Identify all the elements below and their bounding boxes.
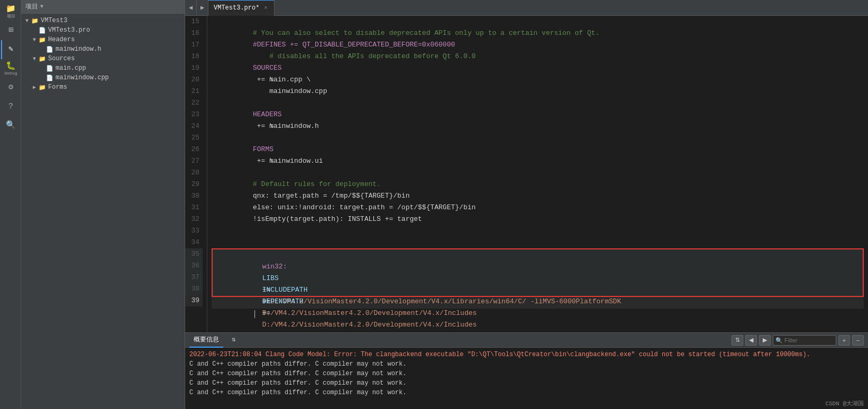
sidebar-debug-icon[interactable]: 🐛 Debug: [1, 59, 20, 78]
settings-icon-shape: ⚙: [8, 83, 13, 91]
tab-sync-icon[interactable]: ⇅: [227, 333, 240, 348]
code-line-15: # You can also select to disable depreca…: [212, 16, 864, 27]
ln-35: 35: [185, 248, 203, 260]
ln-15: 15: [185, 16, 203, 27]
tree-label-forms: Forms: [48, 83, 67, 91]
h-file-icon: 📄: [45, 45, 54, 53]
filter-input[interactable]: [773, 335, 836, 346]
tree-item-forms[interactable]: ▶ 📁 Forms: [21, 82, 185, 92]
bottom-toolbar: ⇅ ◀ ▶ + −: [732, 335, 864, 346]
sync-button[interactable]: ⇅: [732, 335, 743, 346]
ln-29: 29: [185, 179, 203, 190]
debug-icon-label: Debug: [4, 71, 17, 76]
ln-34: 34: [185, 237, 203, 248]
tree-item-mainwindowcpp[interactable]: 📄 mainwindow.cpp: [21, 73, 185, 82]
log-line-1: 2022-06-23T21:08:04 Clang Code Model: Er…: [189, 350, 864, 359]
project-icon-shape: 📁: [6, 5, 16, 13]
tree-label-maincpp: main.cpp: [56, 64, 86, 72]
code-line-19: main.cpp \: [212, 62, 864, 74]
ln-36: 36: [185, 260, 203, 272]
ln-26: 26: [185, 144, 203, 155]
ln-28: 28: [185, 167, 203, 179]
ln-27: 27: [185, 155, 203, 167]
tree-item-mainwindowh[interactable]: 📄 mainwindow.h: [21, 44, 185, 54]
tree-arrow-vmtest3: ▼: [23, 18, 31, 24]
ln-24: 24: [185, 120, 203, 132]
tab-next-button[interactable]: ▶: [197, 0, 208, 16]
folder-icon-vmtest3: 📁: [31, 17, 39, 24]
ln-39: 39: [185, 295, 203, 306]
tree-arrow-forms: ▶: [31, 84, 38, 90]
editor-area[interactable]: 15 16 17 18 19 20 21 22 23 24 25 26 27 2…: [185, 16, 868, 332]
code-line-34: [212, 237, 864, 248]
line-numbers: 15 16 17 18 19 20 21 22 23 24 25 26 27 2…: [185, 16, 207, 332]
ln-20: 20: [185, 74, 203, 86]
log-line-2: C and C++ compiler paths differ. C compi…: [189, 359, 864, 369]
ln-22: 22: [185, 97, 203, 109]
tree-label-mainwindowcpp: mainwindow.cpp: [56, 74, 109, 81]
tree-item-headers[interactable]: ▼ 📁 Headers: [21, 35, 185, 44]
highlight-box: win32: LIBS += -LD:/VM4.2/VisionMaster4.…: [212, 248, 864, 297]
tree-label-mainwindowh: mainwindow.h: [56, 45, 101, 53]
add-filter-button[interactable]: +: [838, 335, 850, 346]
tree-item-maincpp[interactable]: 📄 main.cpp: [21, 63, 185, 73]
code-line-22: HEADERS += \: [212, 97, 864, 109]
sidebar-edit-icon[interactable]: ✎: [1, 40, 20, 59]
folder-icon-headers: 📁: [38, 36, 47, 43]
tree-label-sources: Sources: [48, 55, 75, 62]
tree-label-headers: Headers: [48, 36, 75, 43]
tree-label-vmtest3: VMTest3: [41, 17, 67, 24]
folder-icon-forms: 📁: [38, 83, 47, 91]
ln-38: 38: [185, 283, 203, 295]
log-line-3: C and C++ compiler paths differ. C compi…: [189, 369, 864, 378]
ln-16: 16: [185, 27, 203, 39]
log-line-5: C and C++ compiler paths differ. C compi…: [189, 388, 864, 397]
code-line-23: mainwindow.h: [212, 109, 864, 120]
tab-vmtest3pro[interactable]: VMTest3.pro* ×: [208, 0, 275, 16]
filter-icon-shape: ⊞: [8, 26, 13, 34]
code-line-33: [212, 225, 864, 237]
tree-item-vmtest3pro[interactable]: 📄 VMTest3.pro: [21, 25, 185, 35]
tab-label-vmtest3pro: VMTest3.pro*: [214, 4, 259, 12]
cpp-file-icon-mainwindow: 📄: [45, 74, 54, 81]
ln-19: 19: [185, 62, 203, 74]
sidebar-project-icon[interactable]: 📁 项目: [1, 2, 20, 21]
sidebar-settings-icon[interactable]: ⚙: [1, 78, 20, 97]
sidebar-search-icon[interactable]: 🔍: [1, 116, 20, 135]
tab-prev-button[interactable]: ◀: [185, 0, 197, 16]
code-line-26: mainwindow.ui: [212, 144, 864, 155]
tree-item-sources[interactable]: ▼ 📁 Sources: [21, 54, 185, 63]
ln-25: 25: [185, 132, 203, 144]
sidebar-filter-icon[interactable]: ⊞: [1, 21, 20, 40]
code-line-28: # Default rules for deployment.: [212, 167, 864, 179]
help-icon-shape: ?: [8, 103, 13, 110]
ln-17: 17: [185, 39, 203, 51]
project-label: 项目: [25, 2, 38, 11]
tab-close-button[interactable]: ×: [262, 5, 269, 12]
ln-30: 30: [185, 190, 203, 202]
project-panel: 项目 ▼ ▼ 📁 VMTest3 📄 VMTest3.pro ▼ 📁 Heade…: [21, 0, 185, 409]
nav-prev-button[interactable]: ◀: [745, 335, 757, 346]
code-line-36: [213, 261, 863, 273]
code-content[interactable]: # You can also select to disable depreca…: [207, 16, 868, 332]
remove-filter-button[interactable]: −: [852, 335, 864, 346]
sidebar-help-icon[interactable]: ?: [1, 97, 20, 116]
ln-33: 33: [185, 225, 203, 237]
ln-23: 23: [185, 109, 203, 120]
code-line-35: win32: LIBS += -LD:/VM4.2/VisionMaster4.…: [213, 249, 863, 261]
ln-31: 31: [185, 202, 203, 213]
tab-bar: ◀ ▶ VMTest3.pro* ×: [185, 0, 868, 16]
ln-21: 21: [185, 86, 203, 97]
ln-37: 37: [185, 272, 203, 283]
tree-item-vmtest3[interactable]: ▼ 📁 VMTest3: [21, 16, 185, 25]
project-icon-label: 项目: [7, 14, 15, 18]
bottom-panel: 概要信息 ⇅ ⇅ ◀ ▶ + − 2022-06-23T21:08:04 Cla…: [185, 332, 868, 409]
tab-summary[interactable]: 概要信息: [189, 333, 223, 348]
pro-file-icon: 📄: [38, 26, 47, 34]
cpp-file-icon-main: 📄: [45, 64, 54, 72]
nav-next-button[interactable]: ▶: [759, 335, 771, 346]
ln-32: 32: [185, 213, 203, 225]
project-header: 项目 ▼: [21, 0, 185, 14]
project-tree: ▼ 📁 VMTest3 📄 VMTest3.pro ▼ 📁 Headers 📄 …: [21, 14, 185, 409]
code-line-37: INCLUDEPATH += D:/VM4.2/VisionMaster4.2.…: [213, 273, 863, 284]
